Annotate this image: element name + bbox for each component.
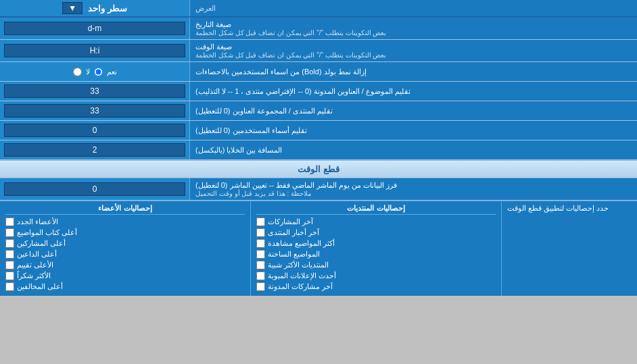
bold-yes-radio[interactable] — [94, 68, 103, 76]
cell-distance-input[interactable] — [4, 143, 185, 157]
checkbox-mowadee-sakhina[interactable] — [256, 250, 265, 259]
date-format-sublabel: بعض التكوينات يتطلب "/" التي يمكن ان تضا… — [195, 29, 386, 36]
date-format-input[interactable] — [4, 22, 185, 35]
checkbox-montadyat-akthar[interactable] — [256, 261, 265, 269]
time-format-label: صيغة الوقت — [195, 43, 232, 51]
dropdown-button[interactable]: ▼ — [62, 2, 82, 14]
list-item: آخر أخبار المنتدى — [256, 228, 496, 237]
bold-yes-label: نعم — [107, 68, 117, 76]
checkbox-aadaa-jodod[interactable] — [5, 217, 14, 226]
topic-order-label: تقليم الموضوع / العناوين المدونة (0 -- ا… — [195, 87, 410, 96]
list-item: الأكثر شكراً — [5, 271, 245, 280]
list-item: المنتديات الأكثر شبية — [256, 261, 496, 269]
checkbox-aala-mosharkin[interactable] — [5, 239, 14, 248]
list-item: أحدث الإعلانات المبوبة — [256, 271, 496, 280]
list-item: أعلى كتاب المواضيع — [5, 228, 245, 237]
time-cut-input[interactable] — [4, 182, 185, 196]
list-item: آخر مشاركات المدونة — [256, 282, 496, 291]
checkbox-akthar-shukran[interactable] — [5, 271, 14, 280]
time-cut-label: فرز البيانات من يوم الماشر الماضي فقط --… — [195, 181, 397, 190]
checkbox-aala-mokhalf[interactable] — [5, 282, 14, 291]
section-label: العرض — [195, 4, 216, 13]
page-title: سطر واحد — [88, 3, 127, 14]
list-item: أكثر المواضيع مشاهدة — [256, 239, 496, 248]
time-format-input[interactable] — [4, 44, 185, 57]
forum-order-label: تقليم المنتدى / المجموعة العناوين (0 للت… — [195, 107, 333, 115]
username-trim-input[interactable] — [4, 124, 185, 137]
time-cut-note: ملاحظة : هذا قد يزيد قبل أو وقت التحميل — [195, 190, 311, 197]
checkbox-aala-kotab[interactable] — [5, 228, 14, 237]
bold-remove-label: إزالة نمط بولد (Bold) من اسماء المستخدمي… — [195, 68, 367, 76]
list-item: أعلى المشاركين — [5, 239, 245, 248]
middle-col-header: إحصاليات المنتديات — [256, 204, 496, 215]
list-item: أعلى الداعين — [5, 250, 245, 259]
bold-no-radio[interactable] — [73, 68, 82, 76]
list-item: المواضيع الساخنة — [256, 250, 496, 259]
bold-remove-options: نعم لا — [73, 68, 117, 76]
bold-no-label: لا — [86, 68, 90, 76]
bottom-right-label: حدد إحصاليات لتطبيق قطع الوقت — [507, 204, 609, 213]
checkbox-akhbar-montada[interactable] — [256, 228, 265, 237]
left-col-header: إحصاليات الأعضاء — [5, 204, 245, 215]
checkbox-aala-taqeem[interactable] — [5, 261, 14, 269]
list-item: آخر المشاركات — [256, 217, 496, 226]
list-item: الأعضاء الجدد — [5, 217, 245, 226]
checkbox-akhir-mosharkaat[interactable] — [256, 217, 265, 226]
time-format-sublabel: بعض التكوينات يتطلب "/" التي يمكن ان تضا… — [195, 51, 386, 59]
list-item: أعلى المخالفين — [5, 282, 245, 291]
cell-distance-label: المسافة بين الخلايا (بالبكسل) — [195, 146, 283, 155]
username-trim-label: تقليم أسماء المستخدمين (0 للتعطيل) — [195, 126, 307, 135]
date-format-label: صيغة التاريخ — [195, 20, 231, 29]
section-time-header: قطع الوقت — [0, 160, 637, 178]
checkbox-aala-daen[interactable] — [5, 250, 14, 259]
topic-order-input[interactable] — [4, 84, 185, 98]
checkbox-akhir-madawana[interactable] — [256, 282, 265, 291]
forum-order-input[interactable] — [4, 104, 185, 118]
list-item: الأعلى تقييم — [5, 261, 245, 269]
checkbox-ahdath-ilan[interactable] — [256, 271, 265, 280]
checkbox-akthar-mowadee[interactable] — [256, 239, 265, 248]
